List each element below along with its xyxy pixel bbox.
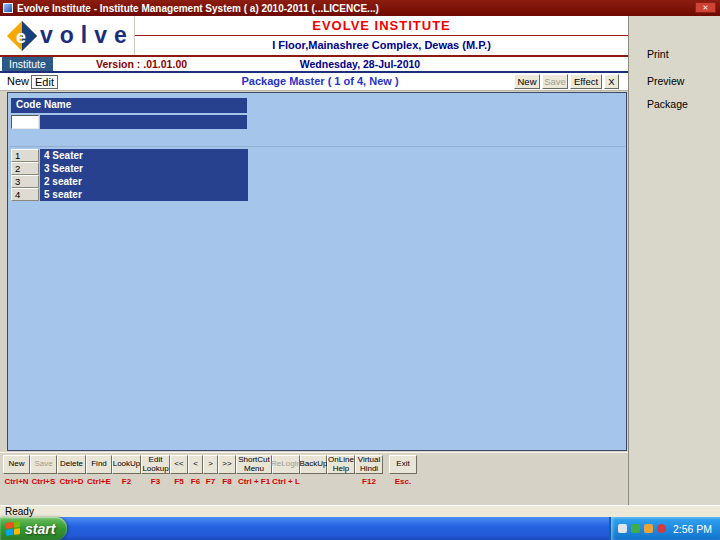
toolbar-first-button[interactable]: << — [170, 455, 188, 474]
table-row[interactable]: 2 3 Seater — [11, 162, 248, 175]
toolbar-save-button[interactable]: Save — [30, 455, 57, 474]
toolbar-new-button[interactable]: New — [3, 455, 30, 474]
grid-column-header: Code Name — [11, 98, 247, 113]
toolbar-relogin-shortcut: Ctrl + L — [272, 477, 300, 486]
version-label: Version : .01.01.00 — [96, 58, 187, 70]
toolbar-virtual-hindi-shortcut: F12 — [362, 477, 376, 486]
tray-icon-4[interactable] — [657, 524, 666, 533]
logo-letter: e — [16, 26, 26, 46]
app-icon[interactable] — [3, 3, 13, 13]
toolbar-shortcut-menu-button[interactable]: ShortCut Menu — [236, 455, 272, 474]
toolbar-prev-button[interactable]: < — [188, 455, 203, 474]
tray-icon-3[interactable] — [644, 524, 653, 533]
system-tray: 2:56 PM — [609, 517, 720, 540]
form-new-button[interactable]: New — [514, 74, 540, 89]
name-input[interactable] — [40, 115, 247, 129]
row-code-cell: 1 — [11, 149, 39, 162]
toolbar-delete-button[interactable]: Delete — [57, 455, 86, 474]
form-effect-button[interactable]: Effect — [570, 74, 602, 89]
column-header-name: Name — [44, 99, 71, 110]
sidebar-print-button[interactable]: Print — [635, 45, 715, 62]
toolbar-exit-button[interactable]: Exit — [389, 455, 417, 474]
subheader-bar: Wednesday, 28-Jul-2010 Institute Version… — [0, 55, 628, 73]
toolbar-last-shortcut: F8 — [222, 477, 231, 486]
toolbar-backup-button[interactable]: BackUp — [300, 455, 327, 474]
row-name-cell: 5 seater — [40, 188, 248, 201]
statusbar: Ready — [0, 505, 720, 517]
code-input[interactable] — [11, 115, 39, 129]
taskbar: start 2:56 PM — [0, 517, 720, 540]
header-center: EVOLVE INSTITUTE I Floor,Mainashree Comp… — [134, 16, 628, 55]
toolbar-next-button[interactable]: > — [203, 455, 218, 474]
table-row[interactable]: 3 2 seater — [11, 175, 248, 188]
close-button[interactable]: ✕ — [695, 2, 716, 13]
institute-address: I Floor,Mainashree Complex, Dewas (M.P.) — [135, 36, 628, 54]
row-name-cell: 3 Seater — [40, 162, 248, 175]
toolbar-last-button[interactable]: >> — [218, 455, 236, 474]
evolve-logo: e volve — [6, 19, 134, 52]
evolve-diamond-icon: e — [6, 20, 38, 52]
status-text: Ready — [5, 506, 34, 517]
row-code-cell: 4 — [11, 188, 39, 201]
sidebar-preview-button[interactable]: Preview — [635, 72, 715, 89]
right-sidebar: Print Preview Package — [628, 16, 720, 505]
toolbar-online-help-button[interactable]: OnLine Help — [327, 455, 355, 474]
toolbar-lookup-button[interactable]: LookUp — [112, 455, 141, 474]
column-header-code: Code — [16, 99, 41, 110]
toolbar-shortcut-menu-shortcut: Ctrl + F1 — [238, 477, 270, 486]
sidebar-package-button[interactable]: Package — [635, 95, 715, 112]
toolbar-prev-shortcut: F6 — [191, 477, 200, 486]
row-name-cell: 4 Seater — [40, 149, 248, 162]
bottom-toolbar: New Ctrl+N Save Ctrl+S Delete Ctrl+D Fin… — [0, 452, 628, 490]
close-icon: ✕ — [703, 4, 709, 11]
app-window: Evolve Institute - Institute Management … — [0, 0, 720, 540]
toolbar-new-shortcut: Ctrl+N — [4, 477, 28, 486]
form-save-button[interactable]: Save — [542, 74, 568, 89]
row-code-cell: 3 — [11, 175, 39, 188]
form-header-buttons: New Save Effect X — [514, 74, 619, 89]
tray-icon-1[interactable] — [618, 524, 627, 533]
toolbar-find-button[interactable]: Find — [86, 455, 112, 474]
toolbar-edit-lookup-shortcut: F3 — [151, 477, 160, 486]
table-row[interactable]: 4 5 seater — [11, 188, 248, 201]
toolbar-relogin-button[interactable]: ReLogin — [272, 455, 300, 474]
logo-text: volve — [40, 22, 134, 49]
start-button[interactable]: start — [0, 517, 67, 540]
toolbar-first-shortcut: F5 — [174, 477, 183, 486]
toolbar-save-shortcut: Ctrl+S — [32, 477, 56, 486]
titlebar[interactable]: Evolve Institute - Institute Management … — [0, 0, 720, 16]
start-label: start — [25, 521, 55, 537]
module-menu-institute[interactable]: Institute — [2, 57, 53, 71]
window-title: Evolve Institute - Institute Management … — [17, 3, 379, 14]
app-header: e volve EVOLVE INSTITUTE I Floor,Mainash… — [0, 16, 628, 55]
toolbar-edit-lookup-button[interactable]: Edit Lookup — [141, 455, 170, 474]
table-row[interactable]: 1 4 Seater — [11, 149, 248, 162]
toolbar-delete-shortcut: Ctrl+D — [59, 477, 83, 486]
row-name-cell: 2 seater — [40, 175, 248, 188]
toolbar-lookup-shortcut: F2 — [122, 477, 131, 486]
toolbar-virtual-hindi-button[interactable]: Virtual Hindi — [355, 455, 383, 474]
tray-icon-2[interactable] — [631, 524, 640, 533]
toolbar-find-shortcut: Ctrl+E — [87, 477, 111, 486]
clock: 2:56 PM — [673, 523, 712, 535]
toolbar-exit-shortcut: Esc. — [395, 477, 411, 486]
form-close-button[interactable]: X — [604, 74, 619, 89]
windows-logo-icon — [6, 521, 20, 535]
package-master-grid: Code Name 1 4 Seater 2 3 Seater 3 2 seat… — [7, 92, 627, 451]
menu-item-new[interactable]: New — [4, 75, 32, 87]
menu-item-edit[interactable]: Edit — [31, 75, 58, 89]
grid-separator — [9, 146, 625, 147]
row-code-cell: 2 — [11, 162, 39, 175]
institute-name: EVOLVE INSTITUTE — [135, 16, 628, 36]
toolbar-next-shortcut: F7 — [206, 477, 215, 486]
menubar: New Edit Package Master ( 1 of 4, New ) … — [0, 73, 628, 91]
